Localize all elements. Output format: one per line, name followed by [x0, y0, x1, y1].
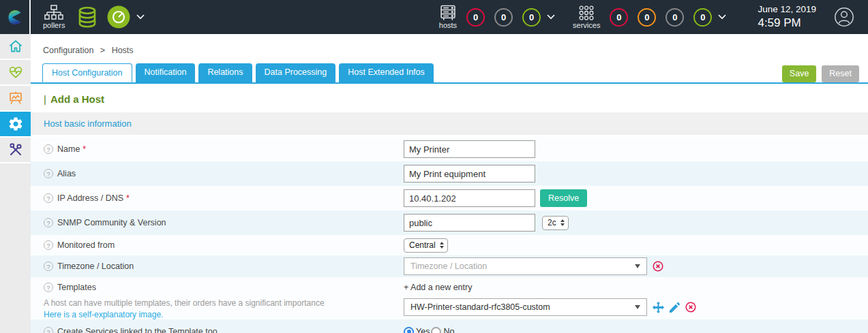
date-text: June 12, 2019 [758, 4, 816, 16]
templates-helper-text: A host can have multiple templates, thei… [44, 298, 325, 308]
gauge-menu[interactable] [107, 5, 130, 29]
snmp-version-value: 2c [548, 218, 556, 227]
dropdown-arrow-icon [635, 264, 640, 268]
section-header: Host basic information [31, 112, 868, 135]
alias-input[interactable] [404, 165, 535, 183]
hosts-up-counter[interactable]: 0 [522, 8, 541, 27]
form-row-alias: Alias [31, 161, 868, 186]
snmp-version-select[interactable]: 2c [542, 216, 569, 230]
chart-board-icon [8, 90, 24, 106]
template-edit-button[interactable] [670, 302, 680, 313]
home-icon [8, 38, 24, 54]
snmp-community-input[interactable] [404, 214, 535, 232]
top-bar: pollers [0, 0, 868, 34]
form-row-create-services: Create Services linked to the Template t… [31, 319, 868, 333]
reset-button[interactable]: Reset [822, 65, 859, 82]
create-services-no-radio[interactable] [431, 327, 441, 333]
help-icon[interactable] [44, 144, 53, 154]
services-warning-counter[interactable]: 0 [638, 8, 656, 27]
services-unknown-counter[interactable]: 0 [665, 8, 684, 27]
hosts-unreachable-counter[interactable]: 0 [494, 8, 513, 27]
sidebar-item-administration[interactable] [0, 138, 31, 163]
cluster-icon [578, 5, 595, 21]
circle-x-icon [685, 302, 696, 313]
template-value: HW-Printer-standard-rfc3805-custom [410, 302, 550, 312]
tab-notification[interactable]: Notification [136, 63, 196, 82]
database-menu[interactable] [76, 6, 99, 28]
help-icon[interactable] [44, 240, 53, 250]
pollers-menu[interactable]: pollers [43, 5, 65, 29]
tab-relations[interactable]: Relations [198, 63, 252, 82]
name-label: Name [57, 144, 80, 154]
services-critical-counter[interactable]: 0 [610, 8, 628, 27]
help-icon[interactable] [44, 193, 53, 203]
sidebar-item-reporting[interactable] [0, 86, 31, 112]
name-input[interactable] [404, 140, 535, 158]
services-label: services [573, 22, 600, 29]
required-marker: * [126, 193, 130, 203]
sidebar-item-configuration[interactable] [0, 112, 31, 138]
services-chevron-down-icon[interactable] [718, 14, 726, 20]
ip-input[interactable] [404, 189, 535, 207]
help-icon[interactable] [44, 261, 53, 271]
centreon-logo[interactable] [0, 0, 31, 34]
network-tree-icon [44, 5, 63, 21]
select-spinner-icon [560, 219, 565, 226]
dropdown-arrow-icon [635, 305, 640, 309]
page-title: |Add a Host [44, 93, 868, 105]
resolve-button[interactable]: Resolve [540, 189, 587, 207]
monitored-from-value: Central [409, 240, 436, 250]
tab-data-processing[interactable]: Data Processing [256, 63, 336, 82]
help-icon[interactable] [44, 169, 53, 178]
page-title-text: Add a Host [50, 93, 104, 105]
hosts-down-counter[interactable]: 0 [466, 8, 485, 27]
heart-pulse-icon [8, 64, 24, 80]
timezone-clear-button[interactable] [653, 261, 663, 272]
user-icon [834, 7, 854, 27]
help-icon[interactable] [44, 283, 53, 292]
form-row-templates: Templates A host can have multiple templ… [31, 277, 868, 319]
datetime-display: June 12, 2019 4:59 PM [758, 4, 816, 30]
poller-chevron-down-icon[interactable] [136, 14, 145, 20]
breadcrumb-page[interactable]: Hosts [112, 46, 134, 55]
services-menu[interactable]: services [573, 5, 600, 29]
breadcrumb: Configuration > Hosts [31, 34, 868, 55]
breadcrumb-section[interactable]: Configuration [43, 46, 93, 55]
templates-helper-link[interactable]: Here is a self-explanatory image. [44, 310, 163, 319]
help-icon[interactable] [44, 218, 53, 227]
form-row-name: Name * [31, 137, 868, 161]
server-icon [439, 5, 457, 21]
snmp-label: SNMP Community & Version [57, 218, 166, 227]
create-services-label: Create Services linked to the Template t… [57, 327, 218, 333]
user-menu[interactable] [834, 7, 854, 27]
monitored-from-label: Monitored from [57, 240, 115, 250]
tab-strip: Host Configuration Notification Relation… [31, 63, 868, 84]
database-icon [76, 6, 99, 28]
centreon-logo-icon [5, 8, 24, 27]
form-action-buttons: Save Reset [777, 65, 868, 82]
tab-host-extended-infos[interactable]: Host Extended Infos [339, 63, 434, 82]
pollers-label: pollers [43, 22, 65, 29]
sidebar-item-home[interactable] [0, 34, 31, 60]
hosts-chevron-down-icon[interactable] [547, 14, 555, 20]
sidebar [0, 34, 31, 333]
tools-icon [8, 142, 24, 158]
main-content: Configuration > Hosts Host Configuration… [31, 34, 868, 333]
tab-host-configuration[interactable]: Host Configuration [42, 63, 132, 82]
sidebar-item-monitoring[interactable] [0, 60, 31, 86]
monitored-from-select[interactable]: Central [404, 238, 448, 253]
create-services-yes-radio[interactable] [404, 327, 414, 333]
template-select[interactable]: HW-Printer-standard-rfc3805-custom [404, 298, 647, 316]
save-button[interactable]: Save [782, 65, 817, 82]
help-icon[interactable] [44, 327, 53, 333]
ip-label: IP Address / DNS [57, 193, 123, 203]
move-arrows-icon [653, 302, 664, 313]
template-delete-button[interactable] [685, 302, 696, 313]
timezone-select[interactable]: Timezone / Location [404, 257, 647, 275]
hosts-menu[interactable]: hosts [439, 5, 457, 29]
create-services-yes-label: Yes [416, 327, 430, 333]
services-ok-counter[interactable]: 0 [693, 8, 712, 27]
template-move-button[interactable] [653, 302, 664, 313]
circle-x-icon [653, 261, 663, 272]
add-template-entry-link[interactable]: + Add a new entry [404, 283, 472, 292]
